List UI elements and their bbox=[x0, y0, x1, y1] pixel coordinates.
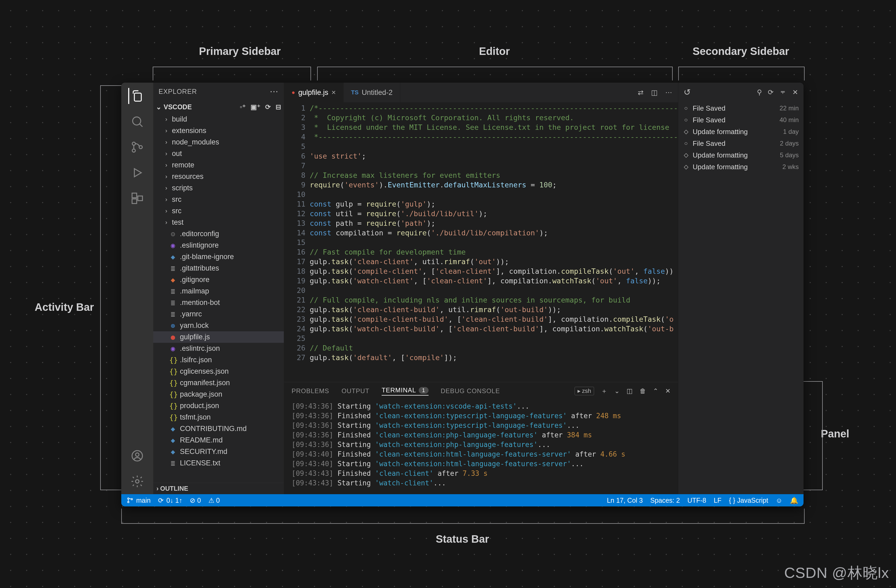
file-type-icon: ◉ bbox=[169, 344, 177, 353]
refresh-timeline-icon[interactable]: ⟳ bbox=[768, 88, 774, 96]
status-bar: main ⟳ 0↓ 1↑ ⊘ 0 ⚠ 0 Ln 17, Col 3 Spaces… bbox=[121, 494, 803, 506]
status-spaces[interactable]: Spaces: 2 bbox=[650, 497, 680, 504]
file-row[interactable]: {}product.json bbox=[153, 400, 284, 411]
file-row[interactable]: ◆SECURITY.md bbox=[153, 446, 284, 457]
file-row[interactable]: ◆.gitignore bbox=[153, 274, 284, 285]
folder-label: src bbox=[172, 195, 181, 204]
timeline-item[interactable]: ○File Saved40 min bbox=[683, 114, 799, 126]
settings-gear-icon[interactable] bbox=[129, 474, 145, 489]
panel-close-icon[interactable]: ✕ bbox=[665, 387, 670, 395]
file-row[interactable]: ⊛yarn.lock bbox=[153, 320, 284, 331]
tab-label: gulpfile.js bbox=[298, 88, 328, 97]
file-row[interactable]: ◉.eslintrc.json bbox=[153, 343, 284, 354]
file-row[interactable]: ≣LICENSE.txt bbox=[153, 457, 284, 469]
status-encoding[interactable]: UTF-8 bbox=[687, 497, 706, 504]
chevron-right-icon: › bbox=[164, 139, 169, 146]
explorer-icon[interactable] bbox=[128, 88, 145, 104]
file-row[interactable]: ⚙.editorconfig bbox=[153, 228, 284, 240]
search-icon[interactable] bbox=[129, 114, 145, 129]
file-row[interactable]: ◆.git-blame-ignore bbox=[153, 251, 284, 262]
file-type-icon: ◆ bbox=[169, 276, 177, 284]
timeline-item[interactable]: ◇Update formatting5 days bbox=[683, 149, 799, 161]
terminal-profile[interactable]: ▸ zsh bbox=[574, 387, 594, 395]
folder-row[interactable]: ›src bbox=[153, 205, 284, 217]
code-editor[interactable]: 1234567891011121314151617181920212223242… bbox=[284, 102, 678, 382]
new-folder-icon[interactable]: ▣⁺ bbox=[250, 103, 261, 111]
folder-label: out bbox=[172, 149, 182, 158]
file-type-icon: {} bbox=[169, 379, 177, 387]
split-terminal-icon[interactable]: ◫ bbox=[626, 387, 633, 395]
folder-row[interactable]: ›src bbox=[153, 194, 284, 205]
close-tab-icon[interactable]: × bbox=[332, 88, 336, 97]
file-row[interactable]: ≣.gitattributes bbox=[153, 262, 284, 274]
explorer-more-icon[interactable]: ⋯ bbox=[270, 86, 279, 96]
vscode-window: EXPLORER ⋯ ⌄ VSCODE ▫⁺ ▣⁺ ⟳ ⊟ ›build›ext… bbox=[121, 83, 803, 506]
folder-row[interactable]: ›remote bbox=[153, 159, 284, 171]
timeline-time: 1 day bbox=[783, 128, 799, 136]
close-secondary-icon[interactable]: ✕ bbox=[792, 88, 798, 96]
status-cursor[interactable]: Ln 17, Col 3 bbox=[607, 497, 643, 504]
new-terminal-icon[interactable]: ＋ bbox=[601, 387, 607, 395]
file-row[interactable]: ◉.eslintignore bbox=[153, 240, 284, 251]
file-tree[interactable]: ›build›extensions›node_modules›out›remot… bbox=[153, 114, 284, 483]
editor-tab[interactable]: ●gulpfile.js× bbox=[284, 83, 343, 102]
outline-section[interactable]: › OUTLINE bbox=[153, 483, 284, 494]
status-warnings[interactable]: ⚠ 0 bbox=[209, 497, 220, 504]
collapse-icon[interactable]: ⊟ bbox=[276, 103, 281, 111]
kill-terminal-icon[interactable]: 🗑 bbox=[640, 387, 646, 395]
file-row[interactable]: {}cgmanifest.json bbox=[153, 377, 284, 388]
split-editor-icon[interactable]: ◫ bbox=[651, 88, 658, 97]
refresh-icon[interactable]: ⟳ bbox=[265, 103, 271, 111]
code-content[interactable]: /*--------------------------------------… bbox=[310, 102, 678, 382]
file-row[interactable]: ≣.yarnrc bbox=[153, 308, 284, 320]
filter-icon[interactable]: ⫧ bbox=[780, 88, 786, 96]
status-feedback-icon[interactable]: ☺ bbox=[776, 497, 782, 504]
timeline-item[interactable]: ○File Saved2 days bbox=[683, 137, 799, 149]
file-row[interactable]: {}package.json bbox=[153, 388, 284, 400]
editor-tab[interactable]: TSUntitled-2 bbox=[343, 83, 400, 102]
folder-row[interactable]: ›node_modules bbox=[153, 137, 284, 148]
status-errors[interactable]: ⊘ 0 bbox=[190, 497, 201, 504]
project-section-header[interactable]: ⌄ VSCODE ▫⁺ ▣⁺ ⟳ ⊟ bbox=[153, 100, 284, 114]
status-eol[interactable]: LF bbox=[714, 497, 721, 504]
panel-tab[interactable]: TERMINAL1 bbox=[382, 387, 428, 396]
file-row[interactable]: {}tsfmt.json bbox=[153, 411, 284, 423]
file-label: gulpfile.js bbox=[180, 333, 210, 341]
timeline-history-icon[interactable]: ↺ bbox=[684, 87, 691, 97]
folder-row[interactable]: ›scripts bbox=[153, 182, 284, 194]
status-branch[interactable]: main bbox=[126, 497, 151, 504]
file-row[interactable]: ≣.mention-bot bbox=[153, 297, 284, 308]
panel-tab[interactable]: PROBLEMS bbox=[291, 387, 329, 395]
source-control-icon[interactable] bbox=[129, 139, 145, 155]
folder-row[interactable]: ›build bbox=[153, 114, 284, 125]
more-actions-icon[interactable]: ⋯ bbox=[665, 88, 672, 97]
compare-icon[interactable]: ⇄ bbox=[638, 88, 644, 97]
extensions-icon[interactable] bbox=[129, 190, 145, 206]
timeline-item[interactable]: ◇Update formatting2 wks bbox=[683, 161, 799, 173]
folder-row[interactable]: ›extensions bbox=[153, 125, 284, 137]
run-debug-icon[interactable] bbox=[129, 165, 145, 181]
file-row[interactable]: {}.lsifrc.json bbox=[153, 354, 284, 366]
new-file-icon[interactable]: ▫⁺ bbox=[240, 103, 246, 111]
panel-tab[interactable]: DEBUG CONSOLE bbox=[441, 387, 500, 395]
folder-row[interactable]: ›test bbox=[153, 217, 284, 228]
status-language[interactable]: { } JavaScript bbox=[729, 497, 768, 504]
panel-tab[interactable]: OUTPUT bbox=[341, 387, 369, 395]
accounts-icon[interactable] bbox=[129, 448, 145, 464]
pin-icon[interactable]: ⚲ bbox=[757, 88, 762, 96]
file-row[interactable]: ◆README.md bbox=[153, 434, 284, 446]
folder-row[interactable]: ›resources bbox=[153, 171, 284, 182]
status-sync[interactable]: ⟳ 0↓ 1↑ bbox=[158, 497, 182, 504]
file-type-icon: ● bbox=[169, 333, 177, 341]
folder-row[interactable]: ›out bbox=[153, 148, 284, 159]
terminal-dropdown-icon[interactable]: ⌄ bbox=[614, 387, 620, 395]
timeline-item[interactable]: ○File Saved22 min bbox=[683, 102, 799, 114]
file-row[interactable]: ≣.mailmap bbox=[153, 285, 284, 297]
file-row[interactable]: {}cglicenses.json bbox=[153, 366, 284, 377]
status-bell-icon[interactable]: 🔔 bbox=[790, 497, 798, 504]
timeline-item[interactable]: ◇Update formatting1 day bbox=[683, 126, 799, 137]
file-row[interactable]: ◆CONTRIBUTING.md bbox=[153, 423, 284, 434]
terminal-output[interactable]: [09:43:36] Starting 'watch-extension:vsc… bbox=[284, 400, 678, 494]
panel-maximize-icon[interactable]: ⌃ bbox=[653, 387, 658, 395]
file-row[interactable]: ●gulpfile.js bbox=[153, 331, 284, 343]
